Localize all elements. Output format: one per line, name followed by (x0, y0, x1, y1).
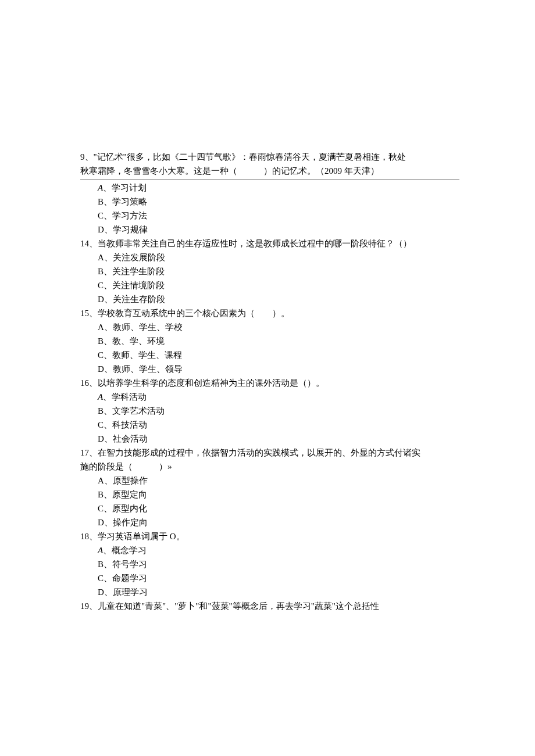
q15-stem-before: 15、学校教育互动系统中的三个核心因素为（ (80, 309, 255, 318)
question-16: 16、以培养学生科学的态度和创造精神为主的课外活动是（）。 A、学科活动 B、文… (80, 376, 459, 446)
q13-option-d: D、学习规律 (98, 223, 459, 237)
q17-option-d: D、操作定向 (98, 515, 459, 529)
q17-option-c: C、原型内化 (98, 501, 459, 515)
q17-option-a: A、原型操作 (98, 474, 459, 488)
q9-stem-after: ）的记忆术。（2009 年天津） (263, 166, 379, 175)
q14-options: A、关注发展阶段 B、关注学生阶段 C、关注情境阶段 D、关注生存阶段 (80, 250, 459, 306)
q14-option-b: B、关注学生阶段 (98, 264, 459, 278)
q13-option-b: B、学习策略 (98, 195, 459, 209)
q15-option-d: D、教师、学生、领导 (98, 362, 459, 376)
q15-stem: 15、学校教育互动系统中的三个核心因素为（）。 (80, 306, 459, 320)
q15-option-b: B、教、学、环境 (98, 334, 459, 348)
q18-option-b: B、符号学习 (98, 557, 459, 571)
q16-optA-letter: A (98, 392, 103, 402)
q17-options: A、原型操作 B、原型定向 C、原型内化 D、操作定向 (80, 474, 459, 529)
question-18: 18、学习英语单词属于 O。 A、概念学习 B、符号学习 C、命题学习 D、原理… (80, 529, 459, 599)
q14-option-d: D、关注生存阶段 (98, 292, 459, 306)
q18-optA-text: 、概念学习 (103, 546, 147, 555)
q18-stem: 18、学习英语单词属于 O。 (80, 529, 459, 543)
question-15: 15、学校教育互动系统中的三个核心因素为（）。 A、教师、学生、学校 B、教、学… (80, 306, 459, 376)
q16-option-c: C、科技活动 (98, 418, 459, 432)
q17-stem-line1: 17、在智力技能形成的过程中，依据智力活动的实践模式，以展开的、外显的方式付诸实 (80, 446, 459, 460)
q17-stem-line2: 施的阶段是（）» (80, 460, 459, 474)
q17-option-b: B、原型定向 (98, 488, 459, 501)
document-page: 9、"记忆术"很多，比如《二十四节气歌》：春雨惊春清谷天，夏满芒夏暑相连，秋处 … (0, 0, 535, 756)
q15-options: A、教师、学生、学校 B、教、学、环境 C、教师、学生、课程 D、教师、学生、领… (80, 320, 459, 376)
question-9: 9、"记忆术"很多，比如《二十四节气歌》：春雨惊春清谷天，夏满芒夏暑相连，秋处 … (80, 150, 459, 178)
q17-stem-after: ）» (159, 462, 172, 471)
q15-stem-after: ）。 (272, 309, 290, 318)
q13-optA-text: 、学习计划 (103, 183, 147, 192)
q16-option-d: D、社会活动 (98, 432, 459, 446)
q19-stem: 19、儿童在知道"青菜"、"萝卜"和"菠菜"等概念后，再去学习"蔬菜"这个总括性 (80, 599, 459, 613)
question-19: 19、儿童在知道"青菜"、"萝卜"和"菠菜"等概念后，再去学习"蔬菜"这个总括性 (80, 599, 459, 613)
question-13-options: A、学习计划 B、学习策略 C、学习方法 D、学习规律 (80, 181, 459, 237)
q16-stem: 16、以培养学生科学的态度和创造精神为主的课外活动是（）。 (80, 376, 459, 390)
q9-stem-before: 秋寒霜降，冬雪雪冬小大寒。这是一种（ (80, 166, 237, 175)
divider-line (80, 179, 459, 180)
q16-options: A、学科活动 B、文学艺术活动 C、科技活动 D、社会活动 (80, 390, 459, 446)
q18-options: A、概念学习 B、符号学习 C、命题学习 D、原理学习 (80, 543, 459, 599)
q14-stem: 14、当教师非常关注自己的生存适应性时，这是教师成长过程中的哪一阶段特征？（） (80, 237, 459, 250)
q17-stem-before: 施的阶段是（ (80, 462, 133, 471)
q16-option-b: B、文学艺术活动 (98, 404, 459, 418)
q15-option-c: C、教师、学生、课程 (98, 348, 459, 362)
q18-option-d: D、原理学习 (98, 585, 459, 599)
q13-option-a: A、学习计划 (98, 181, 459, 195)
q9-stem-line2: 秋寒霜降，冬雪雪冬小大寒。这是一种（）的记忆术。（2009 年天津） (80, 164, 459, 178)
q15-option-a: A、教师、学生、学校 (98, 320, 459, 334)
q9-stem-line1: 9、"记忆术"很多，比如《二十四节气歌》：春雨惊春清谷天，夏满芒夏暑相连，秋处 (80, 150, 459, 164)
q14-option-c: C、关注情境阶段 (98, 278, 459, 292)
question-14: 14、当教师非常关注自己的生存适应性时，这是教师成长过程中的哪一阶段特征？（） … (80, 237, 459, 306)
q16-option-a: A、学科活动 (98, 390, 459, 404)
q18-optA-letter: A (98, 546, 103, 555)
q16-optA-text: 、学科活动 (103, 392, 147, 402)
q18-option-c: C、命题学习 (98, 571, 459, 585)
q13-optA-letter: A (98, 183, 103, 192)
q18-option-a: A、概念学习 (98, 543, 459, 557)
q13-option-c: C、学习方法 (98, 209, 459, 223)
q14-option-a: A、关注发展阶段 (98, 250, 459, 264)
question-17: 17、在智力技能形成的过程中，依据智力活动的实践模式，以展开的、外显的方式付诸实… (80, 446, 459, 529)
